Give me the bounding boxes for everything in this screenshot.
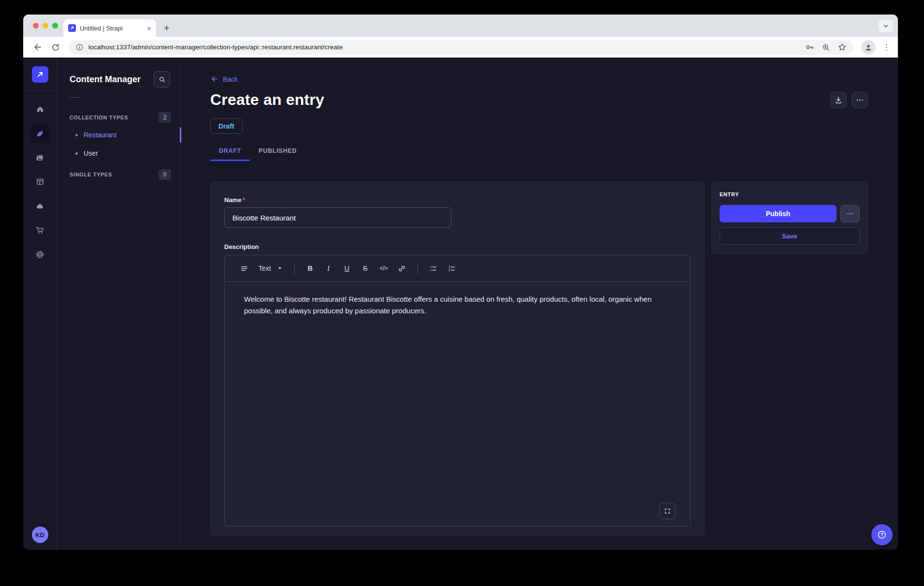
strikethrough-button[interactable]: S	[358, 261, 373, 276]
nav-home-button[interactable]	[30, 100, 50, 119]
version-tabs: DRAFT PUBLISHED	[210, 147, 868, 161]
browser-profile-avatar[interactable]	[861, 40, 876, 55]
entry-more-button[interactable]	[840, 205, 860, 222]
download-icon	[834, 96, 843, 104]
minimize-window-button[interactable]	[43, 23, 48, 29]
numbered-list-icon: 12	[448, 264, 456, 273]
editor-content[interactable]: Welcome to Biscotte restaurant! Restaura…	[225, 282, 690, 526]
back-link[interactable]: Back	[210, 75, 238, 83]
publish-button[interactable]: Publish	[720, 205, 837, 222]
site-info-icon[interactable]	[75, 43, 84, 51]
expand-icon	[664, 507, 671, 515]
description-text[interactable]: Welcome to Biscotte restaurant! Restaura…	[244, 293, 671, 317]
bold-button[interactable]: B	[303, 261, 318, 276]
collection-types-count-badge: 2	[159, 112, 171, 123]
expand-editor-button[interactable]	[659, 503, 676, 519]
layout-icon	[36, 177, 44, 186]
tab-title: Untitled | Strapi	[80, 25, 143, 32]
nav-rail: KD	[23, 58, 57, 550]
url-text[interactable]: localhost:1337/admin/content-manager/col…	[88, 44, 800, 51]
search-icon	[159, 76, 166, 83]
bullet-list-icon	[429, 264, 437, 273]
section-label: COLLECTION TYPES	[70, 115, 128, 120]
svg-text:2: 2	[448, 268, 450, 272]
strapi-app: KD Content Manager COLLECTION TYPES 2 Re…	[23, 58, 898, 550]
nav-marketplace-button[interactable]	[30, 220, 50, 240]
new-tab-button[interactable]: +	[160, 21, 173, 35]
name-field[interactable]	[224, 207, 451, 228]
link-icon	[398, 264, 406, 273]
divider	[70, 97, 81, 98]
help-button[interactable]: ?	[871, 524, 893, 545]
italic-button[interactable]: I	[321, 261, 336, 276]
browser-window: Untitled | Strapi × + localhost:1337/adm…	[23, 15, 898, 550]
bullet-dot	[75, 134, 78, 136]
ellipsis-icon	[855, 96, 864, 104]
question-icon: ?	[877, 529, 887, 540]
close-tab-icon[interactable]: ×	[147, 25, 151, 32]
close-window-button[interactable]	[33, 23, 39, 29]
nav-deploy-button[interactable]	[30, 196, 50, 216]
zoom-in-icon[interactable]	[822, 43, 830, 52]
strapi-favicon-icon	[68, 24, 76, 32]
nav-settings-button[interactable]	[30, 245, 50, 264]
sidebar-item-restaurant[interactable]: Restaurant	[57, 126, 181, 144]
browser-toolbar: localhost:1337/admin/content-manager/col…	[23, 37, 898, 58]
status-badge: Draft	[210, 118, 243, 134]
browser-menu-icon[interactable]: ⋮	[881, 42, 892, 52]
tab-strip: Untitled | Strapi × +	[23, 15, 898, 37]
name-field-label: Name*	[224, 196, 691, 204]
description-field-label: Description	[224, 243, 691, 250]
align-left-icon	[240, 264, 248, 273]
underline-button[interactable]: U	[339, 261, 355, 276]
tab-published[interactable]: PUBLISHED	[250, 147, 305, 161]
bookmark-star-icon[interactable]	[837, 43, 847, 52]
save-button[interactable]: Save	[720, 227, 860, 245]
entry-panel-title: ENTRY	[720, 191, 860, 197]
ellipsis-icon	[846, 210, 854, 218]
cloud-icon	[35, 202, 44, 211]
section-label: SINGLE TYPES	[70, 172, 112, 177]
media-library-icon	[35, 153, 44, 162]
nav-content-manager-button[interactable]	[30, 124, 50, 143]
toolbar-separator	[294, 263, 295, 274]
url-bar[interactable]: localhost:1337/admin/content-manager/col…	[69, 40, 853, 55]
password-key-icon[interactable]	[805, 43, 814, 52]
required-marker: *	[242, 196, 245, 204]
tab-search-button[interactable]	[879, 20, 893, 32]
paragraph-style-button[interactable]	[236, 261, 252, 276]
back-arrow-icon	[210, 75, 218, 83]
toolbar-separator	[418, 263, 418, 274]
tab-draft[interactable]: DRAFT	[210, 147, 250, 161]
more-actions-button[interactable]	[852, 92, 868, 108]
feather-icon	[35, 129, 44, 138]
numbered-list-button[interactable]: 12	[444, 261, 460, 276]
rich-text-editor: Text B I U S </>	[224, 255, 691, 527]
chevron-down-icon	[277, 265, 283, 271]
page-title: Create an entry	[210, 91, 324, 109]
browser-tab[interactable]: Untitled | Strapi ×	[63, 19, 156, 37]
block-format-dropdown[interactable]: Text	[255, 261, 287, 276]
sidebar-item-label: User	[84, 149, 98, 157]
back-icon[interactable]	[29, 39, 45, 56]
zoom-window-button[interactable]	[52, 23, 58, 29]
main-content: Back Create an entry Draft DRAFT	[181, 58, 898, 550]
user-avatar[interactable]: KD	[32, 527, 48, 543]
strapi-logo[interactable]	[32, 66, 48, 83]
bullet-list-button[interactable]	[426, 261, 441, 276]
nav-content-type-builder-button[interactable]	[30, 172, 50, 191]
reload-icon[interactable]	[47, 39, 64, 56]
editor-toolbar: Text B I U S </>	[225, 255, 690, 282]
search-button[interactable]	[154, 71, 170, 88]
single-types-count-badge: 0	[159, 169, 171, 180]
entry-panel: ENTRY Publish Save	[711, 181, 868, 254]
export-button[interactable]	[830, 92, 847, 108]
entry-form-card: Name* Description Text	[210, 181, 705, 536]
link-button[interactable]	[394, 261, 410, 276]
nav-media-library-button[interactable]	[30, 148, 50, 167]
collection-types-section: COLLECTION TYPES 2	[57, 109, 181, 126]
content-manager-subnav: Content Manager COLLECTION TYPES 2 Resta…	[57, 58, 181, 550]
bullet-dot	[75, 152, 78, 155]
sidebar-item-user[interactable]: User	[57, 144, 181, 162]
code-button[interactable]: </>	[376, 261, 391, 276]
